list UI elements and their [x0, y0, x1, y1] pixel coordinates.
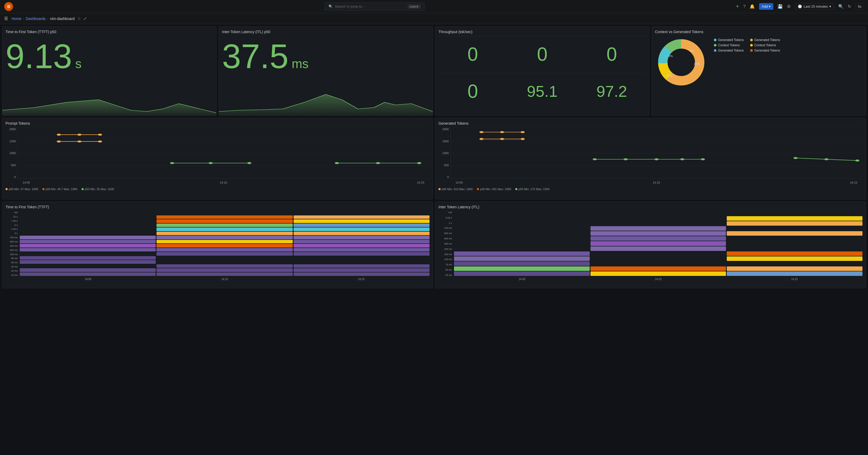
gear-icon[interactable]: ⚙: [787, 4, 791, 9]
heatmap-cell: [293, 240, 430, 244]
heatmap-cell: [20, 219, 156, 223]
question-icon[interactable]: ?: [743, 4, 745, 9]
plus-icon[interactable]: +: [736, 3, 739, 9]
legend-generated-3: Generated Tokens: [714, 49, 744, 52]
panel-ttft: Time to First Token (TTFT) p50 9.13 s: [2, 26, 216, 116]
heatmap-row: [454, 271, 863, 276]
svg-point-39: [593, 158, 597, 160]
heatmap-cell: [20, 211, 156, 215]
search-icon: 🔍: [329, 4, 333, 8]
prompt-legend-p50: p50 Min: 35 Max: 1500: [82, 187, 114, 191]
heatmap-cell: [293, 228, 430, 231]
heatmap-row: [454, 256, 863, 261]
heatmap-cell: [156, 268, 292, 272]
heatmap-cell: [293, 252, 430, 255]
throughput-title: Throughput (tok/sec): [438, 30, 646, 34]
itl-heatmap-title: Inter Token Latency (ITL): [438, 205, 863, 209]
svg-point-19: [57, 141, 61, 143]
heatmap-cell: [293, 232, 430, 235]
heatmap-row: [454, 262, 863, 266]
svg-point-21: [98, 141, 102, 143]
heatmap-cell: [293, 211, 430, 215]
generated-legend: p90 Min: 410 Max: 1900 p99 Min: 491 Max:…: [438, 186, 863, 191]
hamburger-icon[interactable]: ☰: [4, 16, 8, 21]
itl-value: 37.5 ms: [222, 39, 430, 73]
save-icon[interactable]: 💾: [777, 4, 783, 9]
heatmap-row: [20, 223, 430, 227]
throughput-cell-0: 0: [438, 36, 507, 72]
heatmap-cell: [20, 256, 156, 260]
heatmap-cell: [20, 223, 156, 227]
heatmap-cell: [156, 228, 292, 231]
heatmap-cell: [156, 244, 292, 247]
generated-xaxis: 14:05 14:10 14:15: [450, 179, 863, 186]
svg-point-42: [680, 158, 684, 160]
heatmap-row: [454, 221, 863, 226]
heatmap-row: [454, 226, 863, 231]
time-range-picker[interactable]: 🕐 Last 15 minutes ▾: [795, 3, 834, 10]
breadcrumb-home[interactable]: Home: [11, 17, 21, 21]
breadcrumb-dashboards[interactable]: Dashboards: [26, 17, 46, 21]
prompt-tokens-title: Prompt Tokens: [5, 121, 430, 125]
ttft-heatmap-xaxis: 14:05 14:10 14:15: [20, 276, 430, 282]
heatmap-cell: [20, 215, 156, 219]
heatmap-cell: [156, 252, 292, 255]
heatmap-cell: [293, 268, 430, 272]
heatmap-row: [20, 236, 430, 239]
svg-point-27: [335, 162, 339, 164]
svg-point-37: [521, 138, 525, 140]
legend-context-1: Context Tokens: [714, 43, 744, 47]
heatmap-cell: [20, 264, 156, 268]
svg-point-43: [701, 158, 705, 160]
heatmap-row: [20, 252, 430, 255]
heatmap-row: [20, 240, 430, 244]
panel-prompt-tokens: Prompt Tokens 2000 1500 1000 500 0: [2, 118, 433, 200]
prompt-y-axis: 2000 1500 1000 500 0: [5, 127, 18, 179]
legend-generated-4: Generated Tokens: [750, 49, 780, 52]
generated-legend-p50: p50 Min: 175 Max: 1500: [515, 187, 550, 191]
heatmap-cell: [20, 236, 156, 239]
time-range-label: Last 15 minutes: [804, 4, 828, 8]
context-title: Context vs Generated Tokens: [655, 30, 863, 34]
heatmap-cell: [20, 260, 156, 264]
svg-text:41%: 41%: [666, 74, 673, 78]
add-button[interactable]: Add ▾: [759, 3, 773, 10]
dashboard-grid: Time to First Token (TTFT) p50 9.13 s In…: [0, 24, 868, 455]
heatmap-row: [20, 232, 430, 235]
clock-icon: 🕐: [798, 4, 802, 8]
panel-ttft-heatmap: Time to First Token (TTFT) +Inf 10 s 7.5…: [2, 202, 433, 288]
throughput-grid: 0 0 0 0 95.1 97.2: [438, 36, 646, 109]
svg-point-36: [500, 138, 504, 140]
refresh-rate[interactable]: 5s: [856, 3, 864, 10]
svg-point-40: [624, 158, 628, 160]
heatmap-cell: [20, 244, 156, 247]
heatmap-row: [20, 219, 430, 223]
svg-point-23: [170, 162, 174, 164]
svg-point-28: [376, 162, 380, 164]
svg-text:9%: 9%: [690, 49, 694, 52]
search-bar[interactable]: 🔍 Search or jump to... cmd+k: [324, 2, 425, 11]
zoom-out-icon[interactable]: 🔍: [838, 4, 843, 9]
ttft-heatmap-cells: 14:05 14:10 14:15: [20, 211, 430, 282]
grafana-logo: [4, 2, 13, 11]
heatmap-cell: [293, 215, 430, 219]
panel-itl-heatmap: Inter Token Latency (ITL) +Inf 2.50 s 1 …: [435, 202, 866, 288]
heatmap-cell: [20, 272, 156, 276]
heatmap-cell: [156, 264, 292, 268]
star-icon[interactable]: ☆: [77, 16, 81, 21]
heatmap-row: [20, 211, 430, 215]
heatmap-row: [454, 266, 863, 271]
generated-legend-p99: p99 Min: 491 Max: 1990: [477, 187, 511, 191]
share-icon[interactable]: ⤢: [83, 16, 87, 21]
svg-point-17: [98, 133, 102, 136]
donut-legend: Generated Tokens Generated Tokens Contex…: [714, 38, 780, 52]
heatmap-cell: [156, 232, 292, 235]
refresh-icon[interactable]: ↻: [848, 4, 851, 9]
legend-generated-1: Generated Tokens: [714, 38, 744, 42]
chevron-down-icon: ▾: [769, 4, 771, 8]
search-shortcut: cmd+k: [408, 4, 421, 9]
bell-icon[interactable]: 🔔: [750, 4, 755, 9]
svg-point-16: [77, 133, 82, 136]
panel-context: Context vs Generated Tokens 9% 41% 41% 9…: [652, 26, 866, 116]
panel-generated-tokens: Generated Tokens 2000 1500 1000 500 0: [435, 118, 866, 200]
